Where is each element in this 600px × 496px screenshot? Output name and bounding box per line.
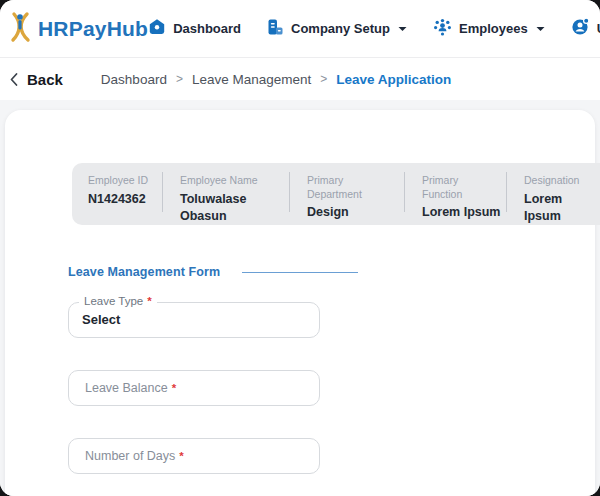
primary-department-label: Primary Department [307,174,385,201]
designation-label: Designation [524,174,600,188]
app-window: HRPayHub Dashboard [0,0,600,496]
required-asterisk: * [179,450,183,462]
required-asterisk: * [147,295,151,307]
number-of-days-placeholder: Number of Days* [69,439,319,463]
leave-balance-input[interactable]: Leave Balance* [68,370,320,406]
employee-id-label: Employee ID [88,174,162,188]
form-title: Leave Management Form [68,265,220,279]
main-nav: Dashboard Company Setup [148,17,600,40]
leave-type-select[interactable]: Leave Type* Select [68,302,320,338]
primary-department-column: Primary Department Design [290,163,404,225]
nav-label: Employees [459,21,528,36]
nav-item-company-setup[interactable]: Company Setup [267,18,407,40]
required-asterisk: * [172,382,176,394]
brand-name: HRPayHub [38,17,148,41]
designation-value: Lorem Ipsum [524,191,600,226]
primary-function-label: Primary Function [422,174,500,201]
building-icon [267,18,284,40]
breadcrumb: Dashboard > Leave Management > Leave App… [101,72,451,87]
back-button[interactable]: Back [10,71,63,88]
hrpayhub-logo-icon [6,11,33,47]
back-label: Back [27,71,63,88]
nav-item-users[interactable]: Users [571,17,600,40]
number-of-days-input[interactable]: Number of Days* [68,438,320,474]
employee-name-column: Employee Name Toluwalase Obasun [163,163,289,225]
nav-item-employees[interactable]: Employees [433,18,545,40]
chevron-down-icon [536,26,545,32]
employee-name-value: Toluwalase Obasun [180,191,268,226]
designation-column: Designation Lorem Ipsum [507,163,600,225]
home-icon [148,18,166,40]
title-rule [242,272,358,273]
user-circle-icon [571,17,590,40]
employee-name-label: Employee Name [180,174,258,188]
employee-summary-bar: Employee ID N1424362 Employee Name Toluw… [72,163,600,225]
breadcrumb-separator: > [176,72,183,86]
primary-function-value: Lorem Ipsum [422,204,506,222]
page-background: Employee ID N1424362 Employee Name Toluw… [0,100,600,496]
breadcrumb-item-leave-application: Leave Application [336,72,451,87]
brand-logo[interactable]: HRPayHub [6,11,148,47]
content-card: Employee ID N1424362 Employee Name Toluw… [5,110,595,496]
primary-department-value: Design [307,204,395,222]
nav-label: Company Setup [291,21,390,36]
leave-balance-placeholder: Leave Balance* [69,371,319,395]
top-navigation-bar: HRPayHub Dashboard [0,0,600,58]
nav-label: Dashboard [173,21,241,36]
primary-function-column: Primary Function Lorem Ipsum [405,163,506,225]
nav-item-dashboard[interactable]: Dashboard [148,18,241,40]
people-icon [433,18,452,40]
nav-label: Users [597,21,600,36]
breadcrumb-separator: > [320,72,327,86]
leave-type-label: Leave Type* [79,295,157,307]
chevron-left-icon [10,73,18,86]
leave-management-form: Leave Management Form Leave Type* Select… [68,265,595,474]
breadcrumb-item-dashboard[interactable]: Dashboard [101,72,167,87]
chevron-down-icon [398,26,407,32]
employee-id-value: N1424362 [88,191,162,209]
breadcrumb-item-leave-management[interactable]: Leave Management [192,72,311,87]
form-title-row: Leave Management Form [68,265,595,279]
employee-id-column: Employee ID N1424362 [72,163,162,225]
breadcrumb-row: Back Dashboard > Leave Management > Leav… [0,58,600,100]
